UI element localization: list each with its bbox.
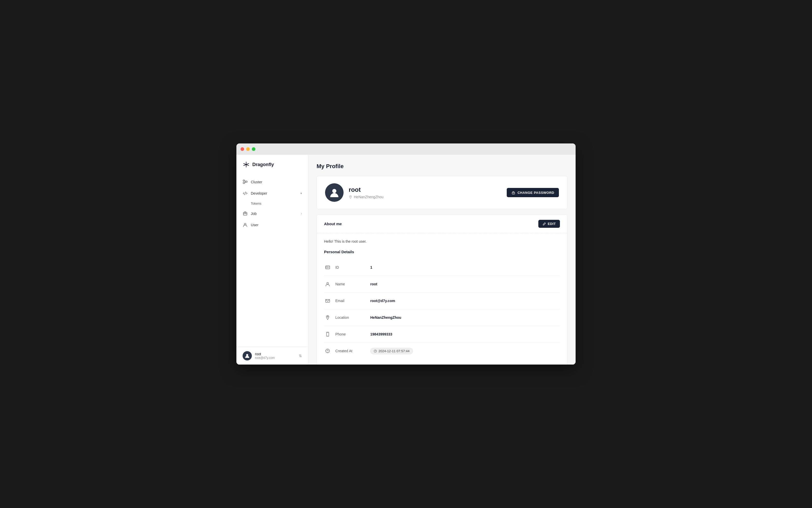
about-body: Hello! This is the root user. Personal D…	[317, 233, 567, 365]
user-label: User	[251, 223, 259, 227]
location-icon	[324, 314, 331, 321]
detail-row-created-at: Created At 2024-12-11 07:57:44	[324, 343, 560, 359]
edit-label: EDIT	[548, 222, 556, 226]
change-password-button[interactable]: CHANGE PASSWORD	[507, 188, 559, 197]
detail-row-email: Email root@d7y.com	[324, 293, 560, 309]
svg-rect-6	[246, 181, 247, 182]
svg-point-23	[327, 283, 329, 284]
footer-user-info: root root@d7y.com	[255, 352, 296, 359]
location-value: HeNanZhengZhou	[370, 315, 401, 320]
job-label: Job	[251, 212, 257, 216]
email-label: Email	[335, 299, 366, 303]
tokens-label: Tokens	[251, 202, 261, 205]
detail-row-phone: Phone 19843999333	[324, 326, 560, 343]
phone-label: Phone	[335, 332, 366, 336]
sidebar-item-tokens[interactable]: Tokens	[236, 199, 308, 208]
about-title: About me	[324, 222, 342, 226]
about-bio: Hello! This is the root user.	[324, 239, 560, 244]
clock-icon	[324, 347, 331, 354]
footer-username: root	[255, 352, 296, 356]
id-icon	[324, 264, 331, 271]
timestamp-clock-icon	[374, 349, 377, 353]
created-at-value: 2024-12-11 07:57:44	[378, 349, 410, 353]
cluster-icon	[242, 179, 248, 184]
created-at-label: Created At	[335, 349, 366, 353]
sidebar-item-cluster[interactable]: Cluster	[236, 176, 308, 188]
svg-point-25	[327, 316, 328, 317]
developer-chevron-icon: ▾	[301, 192, 302, 195]
user-icon	[242, 222, 248, 227]
created-at-badge: 2024-12-11 07:57:44	[370, 348, 413, 354]
svg-point-18	[513, 193, 514, 194]
about-header: About me EDIT	[317, 215, 567, 233]
maximize-button[interactable]	[252, 147, 256, 151]
profile-name: root	[349, 186, 507, 193]
edit-icon	[542, 222, 546, 226]
profile-info: root HeNanZhengZhou	[349, 186, 507, 199]
page-title: My Profile	[317, 163, 568, 170]
job-chevron-icon: ›	[301, 212, 302, 215]
job-icon	[242, 211, 248, 216]
detail-row-location: Location HeNanZhengZhou	[324, 309, 560, 326]
location-label: Location	[335, 315, 366, 320]
name-label: Name	[335, 282, 366, 286]
svg-line-9	[244, 192, 246, 195]
profile-location-text: HeNanZhengZhou	[354, 195, 384, 199]
titlebar	[236, 143, 576, 155]
sidebar-logo[interactable]: Dragonfly	[236, 161, 308, 174]
dragonfly-icon	[242, 161, 250, 168]
sidebar-footer: root root@d7y.com ⇅	[236, 347, 308, 365]
sidebar-item-developer[interactable]: Developer ▾	[236, 188, 308, 199]
footer-expand-icon[interactable]: ⇅	[299, 354, 302, 358]
developer-label: Developer	[251, 191, 267, 196]
profile-avatar	[325, 183, 344, 202]
svg-point-16	[350, 196, 351, 197]
id-value: 1	[370, 265, 372, 269]
sidebar-navigation: Cluster Developer ▾ T	[236, 174, 308, 347]
svg-rect-4	[243, 180, 244, 181]
profile-card: root HeNanZhengZhou C	[317, 176, 568, 209]
about-card: About me EDIT Hello! This is the root us…	[317, 214, 568, 365]
change-password-label: CHANGE PASSWORD	[517, 191, 554, 195]
svg-point-14	[246, 354, 248, 356]
sidebar-item-job[interactable]: Job ›	[236, 208, 308, 219]
footer-avatar	[242, 351, 252, 361]
sidebar-item-user[interactable]: User	[236, 219, 308, 230]
name-value: root	[370, 282, 377, 286]
svg-rect-20	[326, 266, 328, 268]
detail-row-name: Name root	[324, 276, 560, 293]
email-value: root@d7y.com	[370, 299, 395, 303]
svg-point-26	[327, 336, 328, 336]
app-window: Dragonfly Cluster	[236, 143, 576, 365]
svg-rect-5	[243, 182, 244, 183]
person-icon	[324, 281, 331, 288]
phone-icon	[324, 331, 331, 338]
profile-location: HeNanZhengZhou	[349, 195, 507, 199]
main-content: My Profile root HeNan	[308, 155, 576, 365]
footer-email: root@d7y.com	[255, 356, 296, 359]
phone-value: 19843999333	[370, 332, 392, 336]
sidebar: Dragonfly Cluster	[236, 155, 308, 365]
email-icon	[324, 297, 331, 304]
cluster-label: Cluster	[251, 180, 262, 184]
logo-text: Dragonfly	[252, 162, 274, 167]
developer-icon	[242, 191, 248, 196]
minimize-button[interactable]	[246, 147, 250, 151]
app-body: Dragonfly Cluster	[236, 155, 576, 365]
close-button[interactable]	[240, 147, 244, 151]
id-label: ID	[335, 265, 366, 269]
location-pin-icon	[349, 195, 352, 199]
personal-details-title: Personal Details	[324, 250, 560, 254]
svg-point-15	[332, 189, 336, 193]
detail-row-id: ID 1	[324, 259, 560, 276]
svg-point-3	[246, 164, 247, 165]
edit-button[interactable]: EDIT	[538, 220, 560, 228]
lock-icon	[511, 190, 515, 195]
